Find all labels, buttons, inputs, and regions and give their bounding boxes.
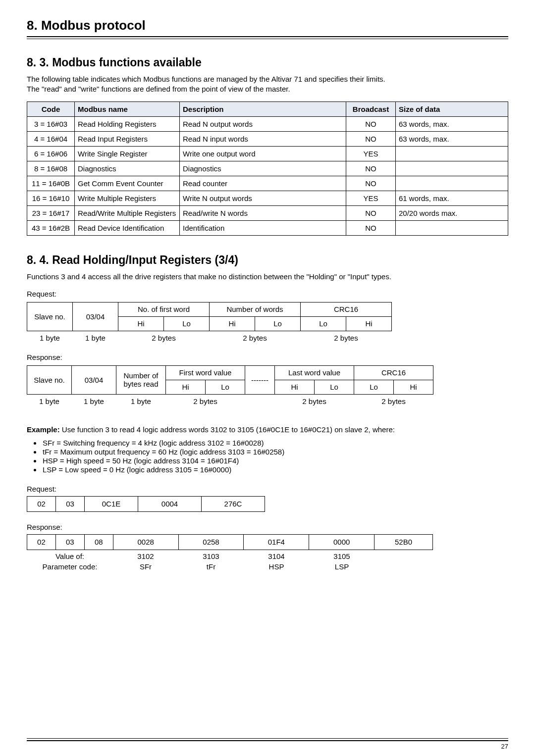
table-row: 02 03 08 0028 0258 01F4 0000 52B0 xyxy=(27,534,433,550)
value-of-label: Value of: xyxy=(27,551,113,561)
page: 8. Modbus protocol 8. 3. Modbus function… xyxy=(0,0,535,756)
list-item: tFr = Maximum output frequency = 60 Hz (… xyxy=(42,448,508,456)
example-response-table: 02 03 08 0028 0258 01F4 0000 52B0 xyxy=(27,534,433,550)
footer-rule xyxy=(27,738,508,741)
list-item: SFr = Switching frequency = 4 kHz (logic… xyxy=(42,439,508,447)
modbus-functions-table: Code Modbus name Description Broadcast S… xyxy=(27,101,508,236)
section-8-3-intro: The following table indicates which Modb… xyxy=(27,74,508,95)
table-row: Value of: 3102 3103 3104 3105 xyxy=(27,551,433,561)
table-row: 23 = 16#17Read/Write Multiple RegistersR… xyxy=(27,205,508,220)
th-code: Code xyxy=(27,101,75,116)
page-number: 27 xyxy=(501,743,508,750)
example-request-label: Request: xyxy=(27,485,508,493)
request-label: Request: xyxy=(27,290,508,298)
list-item: LSP = Low speed = 0 Hz (logic address 31… xyxy=(42,465,508,474)
table-row: 16 = 16#10Write Multiple RegistersWrite … xyxy=(27,191,508,205)
table-row: 3 = 16#03Read Holding RegistersRead N ou… xyxy=(27,116,508,131)
table-row: 02 03 0C1E 0004 276C xyxy=(27,496,265,511)
request-frame-table: Slave no. 03/04 No. of first word Number… xyxy=(27,302,392,345)
footer: 27 xyxy=(27,738,508,741)
table-row: 11 = 16#0BGet Comm Event CounterRead cou… xyxy=(27,176,508,191)
intro-line-1: The following table indicates which Modb… xyxy=(27,75,385,83)
table-header-row: Code Modbus name Description Broadcast S… xyxy=(27,101,508,116)
table-row: 4 = 16#04Read Input RegistersRead N inpu… xyxy=(27,131,508,146)
table-row: 43 = 16#2BRead Device IdentificationIden… xyxy=(27,220,508,235)
th-name: Modbus name xyxy=(75,101,180,116)
table-row: 8 = 16#08DiagnosticsDiagnosticsNO xyxy=(27,161,508,176)
th-size: Size of data xyxy=(396,101,508,116)
table-row: 6 = 16#06Write Single RegisterWrite one … xyxy=(27,146,508,161)
intro-line-2: The "read" and "write" functions are def… xyxy=(27,85,290,93)
table-row: Parameter code: SFr tFr HSP LSP xyxy=(27,561,433,572)
parameter-code-label: Parameter code: xyxy=(27,561,113,572)
example-lead-rest: Use function 3 to read 4 logic address w… xyxy=(60,425,395,434)
section-8-4-title: 8. 4. Read Holding/Input Registers (3/4) xyxy=(27,253,508,267)
th-broadcast: Broadcast xyxy=(346,101,396,116)
example-lead-bold: Example: xyxy=(27,425,60,434)
table-row: Slave no. 03/04 No. of first word Number… xyxy=(27,302,392,316)
table-row: Slave no. 03/04 Number of bytes read Fir… xyxy=(27,365,433,380)
header-rule xyxy=(27,36,508,39)
th-desc: Description xyxy=(180,101,346,116)
section-8-4-intro: Functions 3 and 4 access all the drive r… xyxy=(27,272,508,282)
example-request-table: 02 03 0C1E 0004 276C xyxy=(27,496,265,512)
table-row: 1 byte 1 byte 1 byte 2 bytes 2 bytes 2 b… xyxy=(27,394,433,408)
response-frame-table: Slave no. 03/04 Number of bytes read Fir… xyxy=(27,365,433,408)
list-item: HSP = High speed = 50 Hz (logic address … xyxy=(42,456,508,465)
table-row: 1 byte 1 byte 2 bytes 2 bytes 2 bytes xyxy=(27,331,392,345)
section-8-3-title: 8. 3. Modbus functions available xyxy=(27,56,508,69)
response-label: Response: xyxy=(27,353,508,361)
example-response-labels: Value of: 3102 3103 3104 3105 Parameter … xyxy=(27,551,433,572)
doc-header: 8. Modbus protocol xyxy=(27,18,508,33)
example-response-label: Response: xyxy=(27,523,508,531)
example-bullets: SFr = Switching frequency = 4 kHz (logic… xyxy=(42,439,508,474)
example-lead: Example: Use function 3 to read 4 logic … xyxy=(27,425,508,434)
